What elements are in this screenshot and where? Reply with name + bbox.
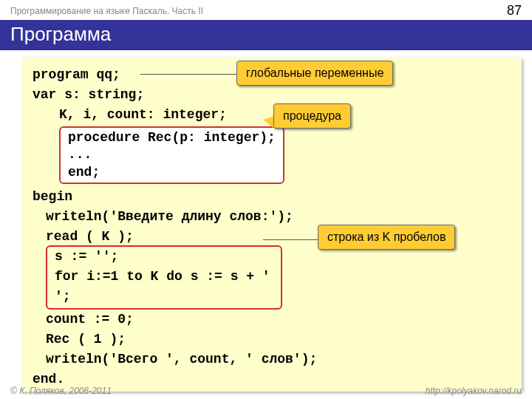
callout-spaces: строка из K пробелов [318,225,455,250]
code-line: Rec ( 1 ); [33,330,511,349]
page-number: 87 [507,3,522,18]
footer: © К. Поляков, 2006-2011 http://kpolyakov… [0,386,532,396]
code-line: for i:=1 to K do s := s + ' '; [55,267,273,307]
code-block: program qq; var s: string; K, i, count: … [22,58,522,392]
code-line: procedure Rec(p: integer); [68,129,276,146]
callout-procedure: процедура [273,103,351,129]
copyright: © К. Поляков, 2006-2011 [10,386,112,396]
code-line: writeln('Всего ', count, ' слов'); [33,349,511,369]
spaces-box: s := ''; for i:=1 to K do s := s + ' '; [46,245,282,310]
code-line: end; [68,164,276,181]
code-line: var s: string; [33,85,511,105]
code-line: s := ''; [55,247,273,267]
page-title: Программа [0,20,532,50]
code-line: ... [68,146,276,163]
code-line: begin [33,187,511,207]
course-label: Программирование на языке Паскаль. Часть… [10,6,203,16]
callout-pointer [140,74,238,75]
code-line: count := 0; [33,310,511,330]
header-top: Программирование на языке Паскаль. Часть… [0,0,532,20]
footer-url: http://kpolyakov.narod.ru [425,386,522,396]
procedure-box: procedure Rec(p: integer); ... end; [59,126,284,184]
callout-globals: глобальные переменные [236,61,393,86]
callout-pointer [263,239,319,240]
